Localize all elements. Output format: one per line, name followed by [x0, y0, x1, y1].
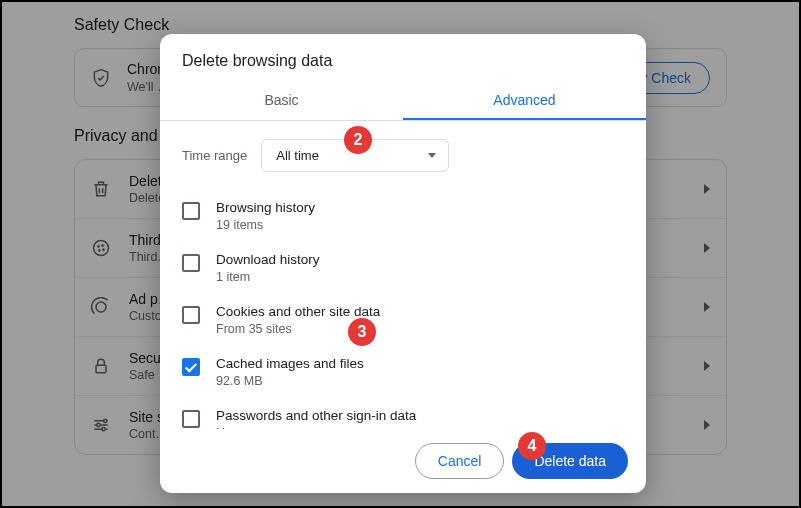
annotation-badge-2: 2 — [344, 126, 372, 154]
time-range-value: All time — [276, 148, 319, 163]
tab-basic[interactable]: Basic — [160, 82, 403, 120]
delete-browsing-data-dialog: Delete browsing data Basic Advanced Time… — [160, 34, 646, 493]
annotation-badge-3: 3 — [348, 318, 376, 346]
time-range-label: Time range — [182, 148, 247, 163]
dialog-footer: Cancel Delete data — [160, 429, 646, 493]
option-browsing-history[interactable]: Browsing history 19 items — [182, 190, 636, 242]
option-cookies[interactable]: Cookies and other site data From 35 site… — [182, 294, 636, 346]
checkbox[interactable] — [182, 358, 200, 376]
checkbox[interactable] — [182, 202, 200, 220]
dialog-title: Delete browsing data — [160, 34, 646, 82]
tab-advanced[interactable]: Advanced — [403, 82, 646, 120]
checkbox[interactable] — [182, 306, 200, 324]
option-download-history[interactable]: Download history 1 item — [182, 242, 636, 294]
checkbox[interactable] — [182, 410, 200, 428]
checkbox[interactable] — [182, 254, 200, 272]
dialog-tabs: Basic Advanced — [160, 82, 646, 121]
annotation-badge-4: 4 — [518, 432, 546, 460]
chevron-down-icon — [428, 153, 436, 158]
option-passwords[interactable]: Passwords and other sign-in data None — [182, 398, 636, 429]
dialog-body: Time range All time Browsing history 19 … — [160, 121, 646, 429]
cancel-button[interactable]: Cancel — [415, 443, 505, 479]
option-cached-images[interactable]: Cached images and files 92.6 MB — [182, 346, 636, 398]
